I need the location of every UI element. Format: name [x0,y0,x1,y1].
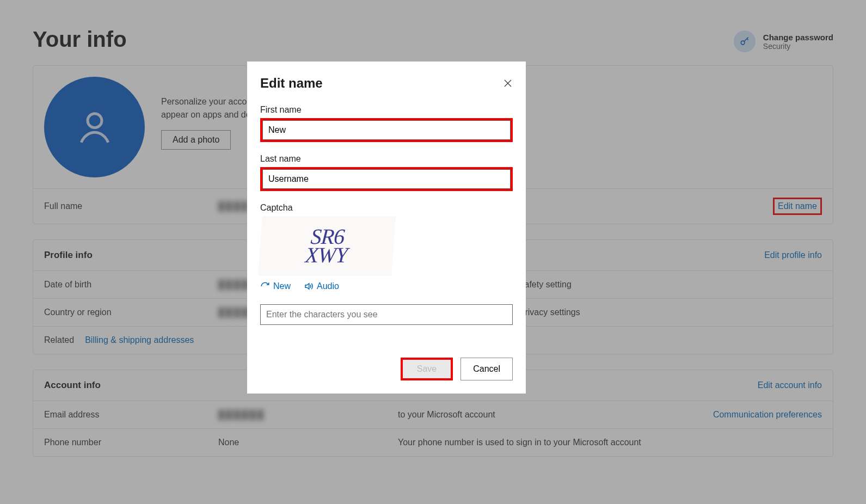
refresh-icon [260,281,270,291]
cancel-button[interactable]: Cancel [460,358,513,380]
captcha-image: SR6 XWY [258,216,396,276]
last-name-input[interactable] [262,169,511,189]
captcha-audio-button[interactable]: Audio [304,281,339,291]
edit-name-modal: Edit name First name Last name Captcha S… [247,62,526,394]
audio-icon [304,281,314,291]
first-name-input[interactable] [262,120,511,140]
modal-title: Edit name [260,76,323,91]
save-button[interactable]: Save [403,360,451,378]
close-icon[interactable] [503,78,513,88]
last-name-label: Last name [260,154,513,164]
modal-overlay: Edit name First name Last name Captcha S… [0,0,866,504]
first-name-label: First name [260,105,513,115]
captcha-new-button[interactable]: New [260,281,291,291]
captcha-label: Captcha [260,203,513,213]
captcha-input[interactable] [260,304,513,325]
